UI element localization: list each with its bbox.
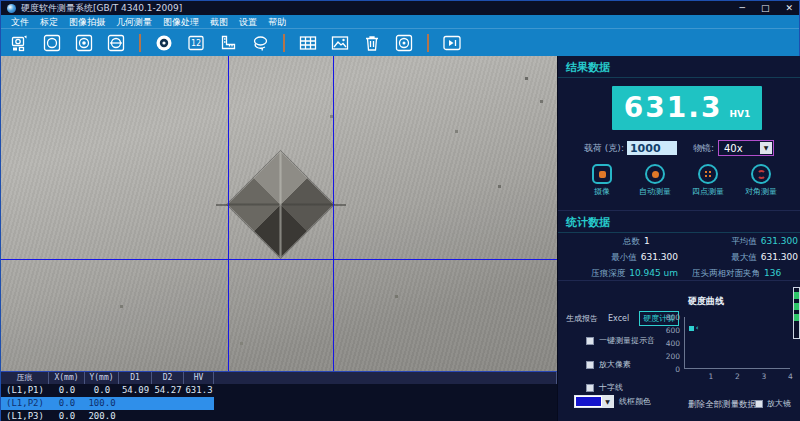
table-row-selected[interactable]: (L1,P2) 0.0 100.0 [1, 397, 214, 410]
checkbox-icon [586, 384, 594, 392]
checkbox-measure-beep[interactable]: 一键测量提示音 [586, 335, 655, 346]
circle-tool-c-button[interactable] [103, 31, 129, 55]
disc-icon [394, 33, 414, 53]
close-button[interactable]: ✕ [785, 1, 793, 15]
menu-image-processing[interactable]: 图像处理 [163, 15, 199, 29]
checkbox-zoom-pixels[interactable]: 放大像素 [586, 359, 631, 370]
menu-file[interactable]: 文件 [11, 15, 29, 29]
cell: (L1,P3) [1, 410, 49, 421]
chart-point-marker: ‹ [696, 324, 699, 332]
measure-line-horizontal[interactable] [1, 259, 557, 260]
minimize-button[interactable]: ─ [740, 1, 745, 15]
table-row[interactable]: (L1,P1) 0.0 0.0 54.09 54.27 631.3 [1, 384, 214, 397]
cell: (L1,P2) [1, 397, 49, 410]
stat-average: 平均值 631.300 [678, 236, 798, 248]
stat-value: 136 [764, 268, 798, 278]
line-color-select[interactable]: ▼ [574, 395, 614, 408]
menu-calibration[interactable]: 标定 [40, 15, 58, 29]
ruler-icon [218, 33, 238, 53]
vickers-indentation [227, 151, 333, 257]
export-play-button[interactable] [439, 31, 465, 55]
capture-action-icon [592, 164, 612, 184]
circle-tool-b-button[interactable] [71, 31, 97, 55]
cell: 0.0 [85, 384, 119, 397]
window-title: 硬度软件测量系统[GB/T 4340.1-2009] [21, 1, 182, 15]
disc-button[interactable] [391, 31, 417, 55]
action-label: 自动测量 [639, 186, 671, 197]
left-column: 压痕 X(mm) Y(mm) D1 D2 HV (L1,P1) 0.0 0.0 … [1, 56, 557, 421]
stat-label: 压头两相对面夹角 [692, 268, 760, 280]
stat-label: 最小值 [611, 252, 637, 264]
col-y: Y(mm) [85, 372, 119, 384]
main-area: 压痕 X(mm) Y(mm) D1 D2 HV (L1,P1) 0.0 0.0 … [1, 56, 799, 421]
chart-point [689, 326, 694, 331]
app-window: 硬度软件测量系统[GB/T 4340.1-2009] ─ □ ✕ 文件 标定 图… [0, 0, 800, 421]
trash-button[interactable] [359, 31, 385, 55]
line-color-row: ▼ 线框颜色 [574, 395, 651, 408]
stat-value: 1 [644, 236, 678, 246]
line-color-label: 线框颜色 [619, 396, 651, 407]
grid-table-button[interactable] [295, 31, 321, 55]
menu-geometry-measure[interactable]: 几何测量 [116, 15, 152, 29]
measure-line-vertical-left[interactable] [228, 56, 229, 371]
chart-ytick: 200 [660, 352, 680, 361]
objective-select[interactable]: 40x ▼ [718, 140, 774, 156]
lasso-undo-button[interactable] [247, 31, 273, 55]
table-header: 压痕 X(mm) Y(mm) D1 D2 HV [1, 372, 557, 384]
cell [184, 397, 214, 410]
auto-measure-button[interactable]: 自动测量 [633, 164, 677, 197]
chart-ytick: 400 [660, 339, 680, 348]
menu-help[interactable]: 帮助 [268, 15, 286, 29]
diagonal-measure-button[interactable]: 对角测量 [739, 164, 783, 197]
target-button[interactable] [151, 31, 177, 55]
capture-settings-button[interactable] [7, 31, 33, 55]
chart-xtick: 3 [762, 372, 767, 381]
cell [152, 410, 184, 421]
cell [184, 410, 214, 421]
cell: 0.0 [49, 384, 85, 397]
generate-report-button[interactable]: 生成报告 [566, 313, 598, 324]
chart-axes [684, 317, 790, 369]
checkbox-crosshair[interactable]: 十字线 [586, 382, 623, 393]
results-section: 结果数据 631.3 HV1 载荷 (克): 物镜: 40x ▼ [558, 56, 800, 210]
capture-action-button[interactable]: 摄像 [580, 164, 624, 197]
chart-title: 硬度曲线 [688, 295, 724, 308]
cell: 54.27 [152, 384, 184, 397]
cell: 0.0 [49, 410, 85, 421]
menu-settings[interactable]: 设置 [239, 15, 257, 29]
vertical-slider[interactable] [793, 287, 800, 339]
circle-tool-b-icon [74, 33, 94, 53]
chart-xtick: 1 [709, 372, 714, 381]
image-button[interactable] [327, 31, 353, 55]
tools-section: 生成报告 Excel 硬度计算 一键测量提示音 放大像素 十字线 [558, 280, 800, 421]
ruler-button[interactable] [215, 31, 241, 55]
menu-screenshot[interactable]: 截图 [210, 15, 228, 29]
menu-image-capture[interactable]: 图像拍摄 [69, 15, 105, 29]
magnifier-checkbox[interactable]: 放大镜 [755, 398, 791, 409]
grid-table-icon [298, 33, 318, 53]
capture-settings-icon [10, 33, 30, 53]
right-panel: 结果数据 631.3 HV1 载荷 (克): 物镜: 40x ▼ [557, 56, 800, 421]
measure-line-vertical-right[interactable] [333, 56, 334, 371]
toolbar: 12 [1, 29, 799, 56]
excel-export-button[interactable]: Excel [608, 314, 629, 323]
stat-label: 平均值 [731, 236, 757, 248]
measure-numbers-button[interactable]: 12 [183, 31, 209, 55]
stat-value: 631.300 [641, 252, 678, 262]
statistics-section: 统计数据 总数 1 平均值 631.300 最小值 631.300 [558, 210, 800, 280]
maximize-button[interactable]: □ [761, 1, 770, 15]
load-input[interactable] [627, 141, 677, 155]
load-label: 载荷 (克): [584, 142, 624, 155]
cell: 54.09 [119, 384, 152, 397]
circle-tool-a-button[interactable] [39, 31, 65, 55]
delete-all-data-button[interactable]: 删除全部测量数据 [688, 399, 756, 411]
micrograph-view[interactable] [1, 56, 557, 371]
toolbar-separator [139, 34, 141, 52]
stat-value: 10.945 um [629, 268, 678, 278]
checkbox-label: 十字线 [599, 382, 623, 393]
four-point-measure-button[interactable]: 四点测量 [686, 164, 730, 197]
table-row[interactable]: (L1,P3) 0.0 200.0 [1, 410, 214, 421]
measurement-table: 压痕 X(mm) Y(mm) D1 D2 HV (L1,P1) 0.0 0.0 … [1, 371, 557, 421]
four-point-measure-icon [698, 164, 718, 184]
toolbar-separator [283, 34, 285, 52]
